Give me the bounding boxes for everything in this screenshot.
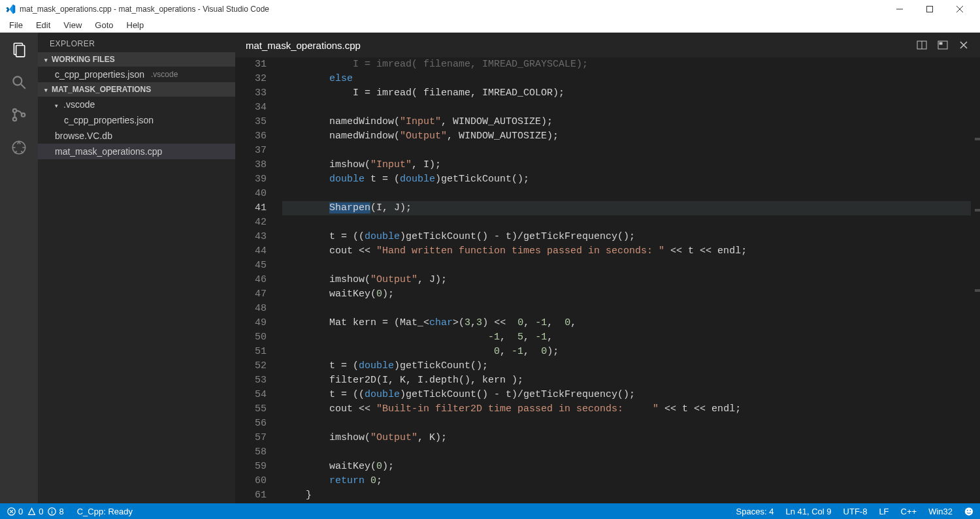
title-bar: mat_mask_operations.cpp - mat_mask_opera… (0, 0, 980, 18)
svg-point-5 (13, 109, 16, 112)
status-cursor[interactable]: Ln 41, Col 9 (785, 507, 831, 516)
window-controls (885, 0, 975, 18)
window-title: mat_mask_operations.cpp - mat_mask_opera… (20, 5, 885, 14)
file-name: c_cpp_properties.json (55, 69, 144, 80)
split-editor-icon[interactable] (916, 39, 928, 51)
info-icon (47, 507, 56, 516)
status-warnings[interactable]: 0 (27, 507, 43, 516)
svg-point-17 (965, 507, 973, 515)
vscode-logo-icon (5, 4, 16, 14)
menu-item-file[interactable]: File (3, 19, 29, 31)
svg-point-3 (13, 76, 22, 85)
feedback-smiley-icon[interactable] (964, 507, 973, 516)
status-encoding[interactable]: UTF-8 (843, 507, 868, 516)
svg-rect-0 (927, 7, 933, 12)
chevron-down-icon (55, 99, 59, 110)
folder-name: .vscode (63, 99, 95, 110)
file-dir: .vscode (151, 70, 178, 79)
more-actions-icon[interactable] (937, 39, 949, 51)
sidebar: EXPLORER WORKING FILES c_cpp_properties.… (38, 33, 235, 503)
editor-actions (916, 39, 970, 51)
menu-item-edit[interactable]: Edit (29, 19, 57, 31)
minimap[interactable] (971, 57, 980, 503)
file-name: browse.VC.db (55, 131, 112, 141)
menu-item-goto[interactable]: Goto (88, 19, 120, 31)
menu-bar: File Edit View Goto Help (0, 18, 980, 33)
activity-bar (0, 33, 38, 503)
main-area: EXPLORER WORKING FILES c_cpp_properties.… (0, 33, 980, 503)
file-name: mat_mask_operations.cpp (55, 146, 162, 157)
svg-rect-2 (16, 46, 25, 57)
editor-tab-title[interactable]: mat_mask_operations.cpp (246, 35, 361, 56)
editor-tab-bar: mat_mask_operations.cpp (235, 33, 980, 57)
error-icon (7, 507, 16, 516)
svg-point-19 (970, 509, 971, 511)
svg-point-6 (13, 118, 16, 121)
status-bar: 0 0 8 C_Cpp: Ready Spaces: 4 Ln 41, Col … (0, 503, 980, 519)
project-label: MAT_MASK_OPERATIONS (52, 85, 151, 94)
tree-file-item[interactable]: c_cpp_properties.json (38, 112, 235, 128)
chevron-down-icon (44, 85, 49, 94)
working-files-label: WORKING FILES (52, 55, 115, 64)
editor-group: mat_mask_operations.cpp 3132333435363738… (235, 33, 980, 503)
file-name: c_cpp_properties.json (64, 115, 154, 125)
svg-rect-12 (939, 42, 942, 44)
status-info[interactable]: 8 (47, 507, 63, 516)
search-icon[interactable] (10, 73, 28, 91)
code-editor[interactable]: 3132333435363738394041424344454647484950… (235, 57, 980, 503)
status-eol[interactable]: LF (879, 507, 889, 516)
svg-line-4 (21, 84, 25, 89)
warning-icon (27, 507, 36, 516)
menu-item-help[interactable]: Help (120, 19, 151, 31)
tree-folder-vscode[interactable]: .vscode (38, 97, 235, 112)
explorer-icon[interactable] (10, 40, 28, 59)
status-indentation[interactable]: Spaces: 4 (736, 507, 774, 516)
maximize-button[interactable] (915, 0, 945, 18)
code-content[interactable]: I = imread( filename, IMREAD_GRAYSCALE);… (282, 57, 971, 503)
source-control-icon[interactable] (10, 106, 28, 124)
minimize-button[interactable] (885, 0, 915, 18)
tree-file-item[interactable]: browse.VC.db (38, 128, 235, 144)
close-editor-icon[interactable] (958, 39, 970, 51)
status-lang[interactable]: C++ (901, 507, 917, 516)
menu-item-view[interactable]: View (57, 19, 88, 31)
svg-point-18 (967, 509, 968, 511)
status-language-mode[interactable]: C_Cpp: Ready (77, 507, 133, 516)
debug-icon[interactable] (10, 138, 28, 157)
line-number-gutter: 3132333435363738394041424344454647484950… (235, 57, 282, 503)
working-file-item[interactable]: c_cpp_properties.json .vscode (38, 67, 235, 82)
svg-point-16 (52, 509, 52, 510)
status-errors[interactable]: 0 (7, 507, 23, 516)
project-header[interactable]: MAT_MASK_OPERATIONS (38, 82, 235, 97)
working-files-header[interactable]: WORKING FILES (38, 52, 235, 67)
status-platform[interactable]: Win32 (928, 507, 953, 516)
tree-file-item[interactable]: mat_mask_operations.cpp (38, 144, 235, 159)
close-button[interactable] (945, 0, 975, 18)
sidebar-title: EXPLORER (38, 33, 235, 52)
chevron-down-icon (44, 55, 49, 64)
